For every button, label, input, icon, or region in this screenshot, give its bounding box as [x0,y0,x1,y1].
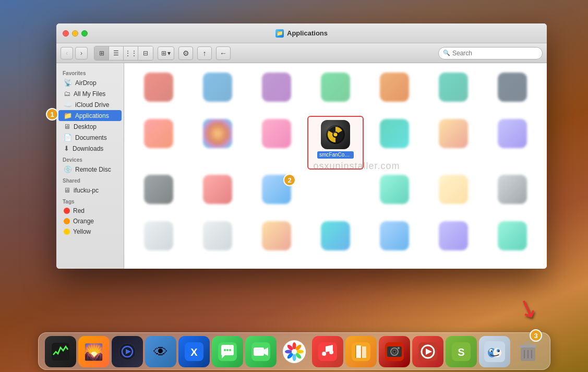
dock-item-messages[interactable] [212,336,243,367]
list-item[interactable] [366,69,423,114]
column-view-button[interactable]: ⋮⋮ [124,46,138,60]
list-item[interactable] [425,116,482,170]
list-item[interactable] [307,69,364,114]
app-icon [321,73,350,102]
minimize-button[interactable] [72,30,78,37]
share-button[interactable]: ↑ [197,46,212,60]
view-buttons: ⊞ ☰ ⋮⋮ ⊟ [94,46,153,61]
list-item[interactable] [425,218,482,262]
svg-point-22 [292,354,296,361]
forward-button[interactable]: › [75,47,88,59]
search-input[interactable] [452,50,538,57]
list-item[interactable] [248,218,305,262]
app-grid: smcFanControl [124,63,547,269]
dock-item-preview-old[interactable]: 🌄 [78,336,110,367]
sidebar-item-tag-orange[interactable]: Orange [58,216,122,226]
list-item[interactable] [189,69,246,114]
dock-item-photobooth[interactable] [379,336,410,367]
sidebar-item-documents[interactable]: 📄 Documents [58,132,122,143]
sidebar-item-ifucku-pc[interactable]: 🖥 ifucku-pc [58,185,122,196]
sidebar-item-tag-yellow[interactable]: Yellow [58,226,122,237]
dock-item-finder[interactable] [479,336,510,367]
yellow-tag-label: Yellow [73,228,91,235]
dock-item-xcode[interactable]: X [178,336,210,367]
svg-point-39 [393,351,395,353]
arrange-button[interactable]: ⊞ ▾ [158,46,174,60]
svg-rect-34 [361,346,362,358]
icon-view-button[interactable]: ⊞ [94,46,109,60]
svg-point-29 [329,350,333,354]
sidebar-item-all-my-files[interactable]: 🗂 All My Files [58,88,122,99]
list-item[interactable] [366,116,423,170]
list-item[interactable] [130,172,187,216]
dock-item-facetime[interactable] [245,336,277,367]
svg-rect-32 [362,346,366,358]
app-icon [262,221,291,250]
sidebar-item-desktop[interactable]: 🖥 Desktop [58,121,122,132]
ifucku-pc-label: ifucku-pc [74,187,99,194]
list-item[interactable] [189,172,246,216]
app-icon [144,221,173,250]
smcfancontrol-name: smcFanControl [317,151,354,159]
svg-rect-4 [52,343,69,361]
dock-item-sketchup[interactable]: S [446,336,477,367]
orange-tag-label: Orange [73,218,94,225]
list-item[interactable] [307,172,364,216]
sidebar-item-applications[interactable]: 📁 Applications [58,110,122,121]
list-item[interactable] [366,218,423,262]
app-icon [144,175,173,204]
dock-item-photos[interactable] [279,336,310,367]
dock-item-music[interactable] [312,336,343,367]
sidebar-item-airdrop[interactable]: 📡 AirDrop [58,77,122,88]
dock-item-books[interactable] [345,336,377,367]
list-item[interactable] [366,172,423,216]
dock-item-quicktime[interactable] [112,336,143,367]
list-item[interactable] [189,218,246,262]
downloads-icon: ⬇ [64,145,69,152]
app-icon [203,221,232,250]
list-item[interactable] [248,116,305,170]
smcfancontrol-icon [321,120,350,149]
svg-point-40 [398,347,400,349]
tags-section-label: Tags [56,196,124,206]
list-item[interactable] [130,218,187,262]
app-icon [321,221,350,250]
search-bar[interactable]: 🔍 [438,47,543,59]
sidebar-item-remote-disc[interactable]: 💿 Remote Disc [58,164,122,175]
cover-flow-button[interactable]: ⊟ [138,46,153,60]
app-icon [439,73,468,102]
list-item[interactable] [248,172,305,216]
smcfancontrol-item[interactable]: smcFanControl [307,116,364,170]
dock-item-videopro[interactable] [412,336,443,367]
list-item[interactable] [425,172,482,216]
list-item[interactable] [248,69,305,114]
sidebar-item-downloads[interactable]: ⬇ Downloads [58,143,122,154]
sidebar-item-icloud-drive[interactable]: ☁️ iCloud Drive [58,99,122,110]
path-button[interactable]: ← [216,46,231,60]
traffic-lights [63,30,88,37]
app-icon [498,175,527,204]
list-item[interactable] [425,69,482,114]
list-item[interactable] [130,69,187,114]
back-button[interactable]: ‹ [61,47,73,59]
list-item[interactable] [189,116,246,170]
list-item[interactable] [484,69,541,114]
svg-point-26 [292,349,297,354]
list-view-button[interactable]: ☰ [109,46,124,60]
app-icon [144,119,173,148]
action-button[interactable]: ⚙ [178,46,193,60]
dock-item-activity-monitor[interactable] [45,336,76,367]
app-icon [262,73,291,102]
list-item[interactable] [484,218,541,262]
list-item[interactable] [307,218,364,262]
list-item[interactable] [484,172,541,216]
maximize-button[interactable] [81,30,88,37]
title-bar: 📁 Applications [56,23,547,43]
list-item[interactable] [484,116,541,170]
dock-item-preview[interactable]: 👁 [145,336,176,367]
list-item[interactable] [130,116,187,170]
close-button[interactable] [63,30,69,37]
sidebar-item-tag-red[interactable]: Red [58,206,122,216]
app-icon [380,175,409,204]
documents-label: Documents [75,134,107,141]
